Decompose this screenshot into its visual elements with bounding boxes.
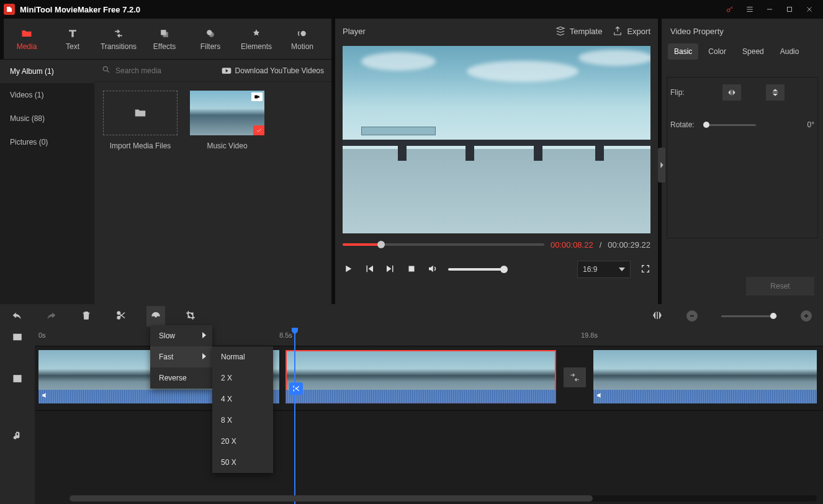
speed-option-20x[interactable]: 20 X: [212, 431, 273, 452]
prop-tab-color[interactable]: Color: [702, 43, 732, 60]
split-button[interactable]: [115, 310, 127, 323]
property-panel-title: Video Property: [662, 19, 823, 43]
tab-text-label: Text: [66, 42, 79, 51]
tab-transitions-label: Transitions: [101, 42, 137, 51]
zoom-in-button[interactable]: [801, 310, 812, 322]
sidebar-item-pictures[interactable]: Pictures (0): [0, 130, 94, 154]
speed-menu-slow[interactable]: Slow: [150, 325, 212, 346]
flip-vertical-button[interactable]: [766, 84, 785, 101]
svg-point-12: [155, 315, 156, 317]
search-icon: [102, 65, 110, 76]
ruler-tick: 8.5s: [279, 331, 292, 339]
speed-option-2x[interactable]: 2 X: [212, 367, 273, 389]
speed-menu-fast[interactable]: Fast: [150, 346, 212, 367]
ruler-tick: 19.8s: [581, 331, 598, 339]
undo-button[interactable]: [11, 310, 22, 323]
seek-bar[interactable]: [343, 243, 544, 246]
minimize-button[interactable]: [760, 0, 780, 19]
prop-tab-basic[interactable]: Basic: [668, 43, 698, 60]
playhead[interactable]: [294, 328, 295, 504]
tab-media[interactable]: Media: [4, 19, 50, 59]
export-icon: [612, 25, 623, 37]
video-track-head[interactable]: [0, 346, 35, 411]
tab-transitions[interactable]: Transitions: [96, 19, 142, 59]
prop-tab-speed[interactable]: Speed: [736, 43, 770, 60]
sidebar-item-music[interactable]: Music (88): [0, 107, 94, 130]
panel-collapse-button[interactable]: [658, 148, 665, 182]
maximize-button[interactable]: [780, 0, 799, 19]
tab-effects[interactable]: Effects: [142, 19, 187, 59]
sidebar-item-myalbum[interactable]: My Album (1): [0, 60, 94, 83]
transition-placeholder[interactable]: [564, 367, 586, 387]
volume-icon[interactable]: [427, 263, 438, 276]
add-track-button[interactable]: [0, 328, 35, 346]
next-frame-button[interactable]: [385, 263, 396, 276]
hamburger-menu-icon[interactable]: [740, 0, 760, 19]
zoom-out-button[interactable]: [686, 310, 698, 322]
template-button[interactable]: Template: [555, 25, 603, 37]
delete-button[interactable]: [81, 310, 92, 323]
tab-motion-label: Motion: [291, 42, 313, 51]
tab-elements-label: Elements: [241, 42, 272, 51]
redo-button[interactable]: [46, 310, 57, 323]
media-panel: Media Text Transitions Effects Filters: [0, 19, 331, 304]
video-badge-icon: [251, 92, 263, 101]
preview-scene: [343, 46, 650, 233]
chevron-down-icon: [619, 268, 625, 271]
reset-button[interactable]: Reset: [746, 277, 814, 295]
speed-option-50x[interactable]: 50 X: [212, 452, 273, 473]
tab-filters[interactable]: Filters: [187, 19, 233, 59]
youtube-icon: [222, 67, 232, 74]
audio-track-head[interactable]: [0, 411, 35, 461]
timeline-clip-selected[interactable]: [286, 350, 556, 403]
media-clip-label: Music Video: [207, 142, 247, 150]
download-youtube-button[interactable]: Download YouTube Videos: [222, 66, 324, 75]
clip-audio-icon: [41, 391, 50, 402]
fit-button[interactable]: [652, 310, 663, 323]
fullscreen-button[interactable]: [641, 264, 650, 276]
speed-menu-reverse[interactable]: Reverse: [150, 367, 212, 389]
stop-button[interactable]: [406, 263, 417, 276]
tab-media-label: Media: [17, 42, 37, 51]
folder-icon: [20, 27, 33, 40]
elements-icon: [250, 27, 263, 40]
media-clip-item[interactable]: Music Video: [190, 91, 264, 150]
rotate-value: 0°: [807, 120, 814, 129]
tab-text[interactable]: Text: [50, 19, 96, 59]
speed-option-8x[interactable]: 8 X: [212, 410, 273, 431]
current-time: 00:00:08.22: [551, 240, 593, 250]
sidebar-item-videos[interactable]: Videos (1): [0, 83, 94, 107]
prop-tab-audio[interactable]: Audio: [774, 43, 806, 60]
timeline-clip[interactable]: [593, 350, 817, 403]
tab-effects-label: Effects: [153, 42, 176, 51]
motion-icon: [296, 27, 308, 40]
aspect-ratio-select[interactable]: 16:9: [577, 261, 631, 278]
flip-horizontal-button[interactable]: [722, 84, 741, 101]
tab-filters-label: Filters: [200, 42, 221, 51]
import-media-button[interactable]: Import Media Files: [103, 91, 178, 150]
tab-elements[interactable]: Elements: [233, 19, 279, 59]
activate-key-icon[interactable]: [720, 0, 740, 19]
tab-motion[interactable]: Motion: [279, 19, 325, 59]
export-button[interactable]: Export: [612, 25, 650, 37]
play-button[interactable]: [343, 263, 354, 276]
crop-button[interactable]: [185, 310, 196, 323]
ruler-tick: 0s: [38, 331, 46, 339]
audio-track[interactable]: [35, 411, 823, 461]
svg-point-7: [103, 66, 107, 71]
prev-frame-button[interactable]: [364, 263, 375, 276]
speed-option-normal[interactable]: Normal: [212, 346, 273, 367]
rotate-slider[interactable]: [706, 124, 756, 126]
speed-button[interactable]: [146, 306, 165, 326]
volume-slider[interactable]: [448, 268, 504, 271]
speed-submenu-fast: Normal 2 X 4 X 8 X 20 X 50 X: [212, 346, 273, 473]
timeline-scrollbar[interactable]: [70, 495, 817, 502]
zoom-slider[interactable]: [721, 315, 777, 317]
player-preview[interactable]: [343, 46, 650, 233]
folder-plus-icon: [132, 106, 148, 120]
search-input[interactable]: [115, 66, 217, 75]
template-icon: [555, 25, 566, 37]
split-marker-icon[interactable]: [289, 382, 303, 395]
speed-option-4x[interactable]: 4 X: [212, 389, 273, 410]
close-button[interactable]: [799, 0, 819, 19]
